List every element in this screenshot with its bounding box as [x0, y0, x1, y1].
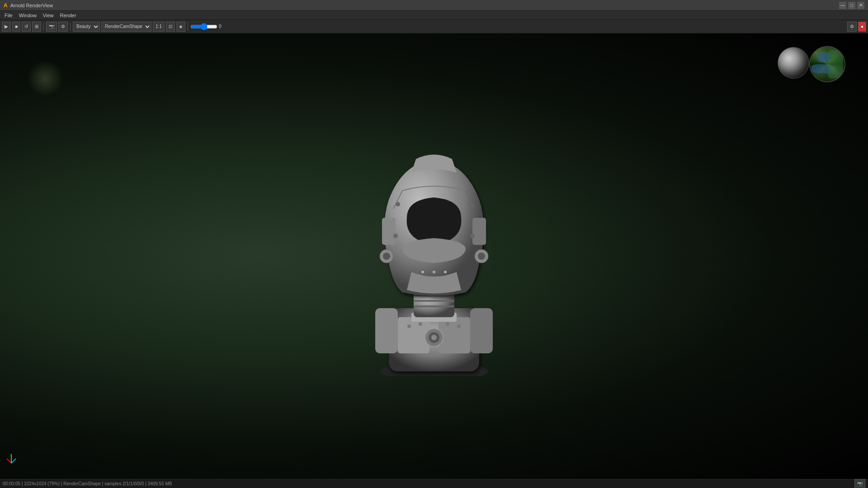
hdri-sphere-preview: [809, 46, 845, 82]
svg-point-18: [383, 253, 390, 260]
arnold-window-controls: — □ ✕: [839, 2, 864, 9]
arnold-menu-window[interactable]: Window: [16, 12, 39, 19]
svg-line-32: [7, 459, 11, 463]
svg-point-21: [407, 324, 411, 328]
main-layout: ↖ ⊙ ✏ ✛ ↻ ⤢ ⊕ ◎ ⧉ ⊞ ⌒ ◆ ≡ ≣ ⊟ 📋 Display …: [0, 59, 868, 427]
svg-rect-11: [382, 218, 396, 245]
arnold-cam-button[interactable]: 📷: [46, 22, 57, 32]
svg-rect-3: [439, 317, 470, 353]
svg-rect-8: [414, 305, 454, 307]
svg-rect-12: [472, 218, 486, 245]
svg-point-22: [419, 322, 422, 326]
arnold-title-left: A Arnold RenderView: [4, 2, 53, 9]
arnold-stop-button[interactable]: ■: [12, 22, 20, 32]
arnold-snapshot-button[interactable]: 📷: [854, 479, 865, 488]
arnold-refresh-button[interactable]: ↺: [22, 22, 31, 32]
robot-bust-render: [339, 136, 529, 376]
arnold-render-stats: 00:00:05 | 1024x1024 (79%) | RenderCamSh…: [3, 481, 172, 486]
svg-rect-9: [375, 308, 398, 353]
svg-rect-10: [470, 308, 493, 353]
arnold-window-title-bar: A Arnold RenderView — □ ✕: [0, 0, 868, 11]
arnold-debug-button[interactable]: ●: [858, 22, 866, 32]
viewport-area: Display Show Panels Lighting Show Render…: [140, 59, 728, 427]
material-sphere-preview: [778, 47, 809, 79]
arnold-window-title-text: Arnold RenderView: [10, 3, 53, 8]
svg-rect-7: [414, 300, 454, 302]
arnold-toolbar: ▶ ■ ↺ ⊞ 📷 ⚙ Beauty RenderCamShape 1:1 ⊡ …: [0, 20, 868, 33]
arnold-logo: A: [4, 2, 8, 9]
arnold-toolbar-sep3: [188, 23, 188, 31]
arnold-region-button[interactable]: ⊞: [32, 22, 41, 32]
arnold-settings-button[interactable]: ⚙: [58, 22, 68, 32]
svg-point-15: [393, 234, 398, 238]
arnold-restore-button[interactable]: □: [848, 2, 855, 9]
svg-rect-2: [398, 317, 429, 353]
svg-point-20: [478, 253, 485, 260]
svg-line-31: [11, 459, 16, 463]
arnold-zoom-fit-button[interactable]: ⊡: [166, 22, 175, 32]
arnold-menu-bar: File Window View Render: [0, 11, 868, 20]
arnold-ratio-button[interactable]: 1:1: [153, 22, 165, 32]
svg-point-29: [433, 271, 435, 273]
arnold-close-button[interactable]: ✕: [857, 2, 864, 9]
arnold-render-area: ✛: [0, 33, 868, 479]
arnold-footer: 00:00:05 | 1024x1024 (79%) | RenderCamSh…: [0, 479, 868, 488]
world-axis-indicator: [5, 452, 18, 465]
arnold-render-window: A Arnold RenderView — □ ✕ File Window Vi…: [0, 0, 868, 488]
arnold-toolbar-sep2: [70, 23, 71, 31]
svg-point-27: [431, 335, 437, 340]
arnold-menu-file[interactable]: File: [2, 12, 15, 19]
svg-point-23: [446, 322, 449, 326]
arnold-camera-selector[interactable]: RenderCamShape: [101, 22, 151, 32]
svg-point-24: [457, 324, 461, 328]
arnold-minimize-button[interactable]: —: [839, 2, 846, 9]
arnold-menu-render[interactable]: Render: [57, 12, 79, 19]
arnold-lut-button[interactable]: ◈: [176, 22, 185, 32]
arnold-toolbar-sep: [43, 23, 44, 31]
svg-point-28: [421, 271, 424, 273]
arnold-ipr-settings-button[interactable]: ⚙: [847, 22, 857, 32]
svg-point-30: [444, 271, 447, 273]
arnold-menu-view[interactable]: View: [40, 12, 57, 19]
arnold-exposure-slider[interactable]: [190, 23, 217, 30]
arnold-play-button[interactable]: ▶: [2, 22, 11, 32]
arnold-beauty-selector[interactable]: Beauty: [73, 22, 100, 32]
arnold-exposure-value: 0: [219, 24, 222, 29]
svg-point-16: [470, 234, 475, 238]
